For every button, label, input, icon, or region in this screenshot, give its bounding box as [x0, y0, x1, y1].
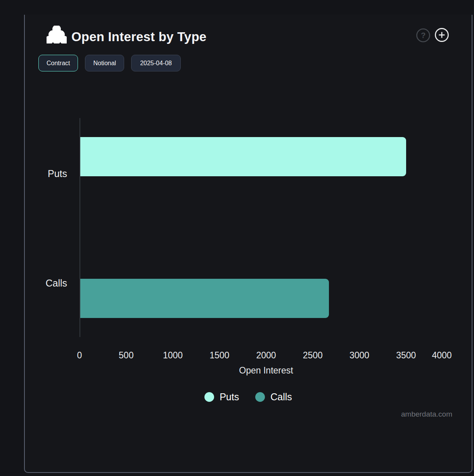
legend-dot-puts — [204, 392, 214, 402]
chart-card: Open Interest by Type ? Contract Notiona… — [24, 15, 472, 473]
x-tick-3000: 3000 — [349, 350, 369, 361]
x-tick-3500: 3500 — [396, 350, 416, 361]
x-tick-0: 0 — [77, 350, 82, 361]
help-button[interactable]: ? — [416, 28, 431, 43]
notional-toggle-button[interactable]: Notional — [85, 55, 124, 71]
watermark: amberdata.com — [401, 410, 452, 419]
toolbar: Contract Notional 2025-04-08 — [38, 55, 181, 71]
legend-dot-calls — [255, 392, 265, 402]
contract-toggle-button[interactable]: Contract — [38, 55, 78, 71]
legend: PutsCalls — [25, 391, 472, 403]
legend-label-puts: Puts — [220, 391, 239, 403]
svg-text:?: ? — [421, 31, 426, 40]
bar-calls[interactable] — [80, 279, 329, 318]
x-axis-title: Open Interest — [80, 365, 453, 376]
amberdata-molecule-icon — [47, 26, 67, 43]
page-title: Open Interest by Type — [71, 30, 206, 44]
x-tick-4000: 4000 — [432, 350, 452, 361]
x-tick-2500: 2500 — [303, 350, 323, 361]
bar-puts[interactable] — [80, 137, 406, 176]
legend-item-calls[interactable]: Calls — [255, 391, 292, 403]
y-category-label-puts: Puts — [25, 167, 67, 180]
x-axis-ticks: 05001000150020002500300035004000 — [80, 350, 453, 361]
x-tick-2000: 2000 — [256, 350, 276, 361]
x-tick-1500: 1500 — [209, 350, 229, 361]
x-tick-1000: 1000 — [163, 350, 183, 361]
x-tick-500: 500 — [119, 350, 133, 361]
legend-item-puts[interactable]: Puts — [204, 391, 239, 403]
y-category-label-calls: Calls — [25, 277, 67, 289]
question-circle-icon: ? — [416, 28, 431, 43]
add-button[interactable] — [434, 28, 449, 42]
legend-label-calls: Calls — [270, 391, 292, 403]
plus-circle-icon — [434, 28, 449, 42]
plot-area — [80, 118, 453, 337]
date-picker-button[interactable]: 2025-04-08 — [131, 55, 181, 71]
